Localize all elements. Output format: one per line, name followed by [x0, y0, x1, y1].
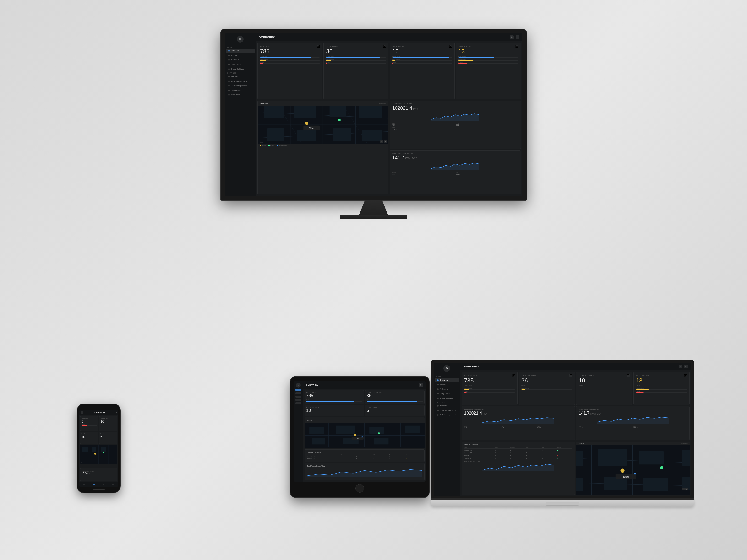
- sidebar-item-timezone[interactable]: Time Zone: [226, 93, 255, 97]
- sidebar-item-role-mgmt[interactable]: Role Management: [226, 84, 255, 88]
- laptop-stat-3: Total Fixtures ⊡ 10 Online: [576, 372, 632, 405]
- tablet-bezel: D OVERVIEW ⚙: [290, 376, 429, 498]
- stat-value-total-fixtures: 36: [326, 49, 386, 54]
- sidebar-item-account[interactable]: Account: [226, 75, 255, 79]
- power-avg-label: AVG. Power Cons. 30 Days: [392, 153, 518, 154]
- phone-stat-1: Total Assets 6 Offline: [80, 416, 99, 431]
- svg-rect-66: [576, 478, 583, 491]
- laptop-nav-group-settings[interactable]: Group Settings: [435, 396, 459, 400]
- sidebar-dot: [228, 50, 230, 52]
- sidebar-item-group-settings[interactable]: Group Settings: [226, 67, 255, 71]
- phone-nav-home[interactable]: [83, 484, 85, 485]
- tablet-network: Network Overview Name Online Intermit. O…: [305, 449, 424, 462]
- svg-rect-41: [369, 427, 384, 434]
- stat-label: Total Fixtures: [326, 45, 341, 47]
- power-total-unit: kWh: [413, 107, 418, 110]
- zoom-in-button[interactable]: +: [384, 140, 387, 143]
- laptop-zoom-out[interactable]: −: [682, 488, 685, 490]
- stat-card-total-fixtures2: Total Fixtures ⊡ 10 Online level Interme…: [390, 43, 455, 99]
- tablet-nav-5[interactable]: [295, 402, 301, 404]
- laptop-hinge: [431, 498, 694, 500]
- svg-rect-67: [604, 477, 626, 489]
- map-card-title: Location: [260, 102, 268, 104]
- laptop-nav-networks[interactable]: Networks: [435, 387, 459, 391]
- sidebar-item-diagnostics[interactable]: Diagnostics: [226, 62, 255, 66]
- sidebar-logo: D: [237, 36, 243, 43]
- laptop-menu-label: MENU: [434, 375, 460, 378]
- phone-menu-icon[interactable]: ≡: [116, 412, 117, 414]
- scene: D MENU Overview Assets Networks: [39, 29, 708, 531]
- tablet-home-button[interactable]: [356, 484, 364, 492]
- laptop-nav-role-mgmt[interactable]: Role Management: [435, 413, 459, 417]
- tablet-logo: D: [296, 383, 301, 388]
- laptop-screen-part: D MENU Overview Assets Networks: [431, 360, 694, 498]
- svg-rect-30: [92, 447, 96, 453]
- maximize-icon[interactable]: ⛶: [516, 35, 519, 39]
- phone-title: OVERVIEW: [94, 412, 105, 414]
- svg-point-32: [94, 453, 96, 455]
- laptop-maximize-icon[interactable]: ⛶: [685, 365, 688, 368]
- phone-nav-dashboard[interactable]: [93, 484, 95, 485]
- laptop-nav-overview[interactable]: Overview: [435, 378, 459, 382]
- laptop-stat-2: Total Fixtures ⊡ 36 Online Intermediate: [519, 372, 575, 405]
- sidebar-item-label: Networks: [231, 59, 239, 61]
- fixtures-icon: ⊡: [383, 45, 386, 48]
- sidebar-item-overview[interactable]: Overview: [226, 49, 255, 53]
- phone-nav-settings[interactable]: [103, 484, 104, 485]
- zoom-out-button[interactable]: −: [380, 140, 383, 143]
- tablet-dashboard: D OVERVIEW ⚙: [294, 381, 426, 482]
- laptop-screen: D MENU Overview Assets Networks: [434, 363, 691, 497]
- laptop-base: [431, 500, 694, 507]
- sidebar-menu-label: MENU: [225, 45, 256, 49]
- laptop-nav-diagnostics[interactable]: Diagnostics: [435, 392, 459, 396]
- svg-rect-45: [374, 438, 388, 444]
- monitor-sidebar: D MENU Overview Assets Networks: [225, 33, 256, 196]
- laptop-zoom-in[interactable]: +: [685, 488, 688, 490]
- monitor-base: [340, 215, 407, 219]
- svg-rect-16: [362, 130, 382, 141]
- laptop-nav-user-mgmt[interactable]: User Management: [435, 408, 459, 412]
- laptop-settings-icon[interactable]: ⚙: [679, 365, 682, 368]
- monitor-stand: [359, 200, 388, 215]
- tablet-settings-icon[interactable]: ⚙: [419, 383, 423, 387]
- tablet-nav-3[interactable]: [295, 396, 301, 398]
- sidebar-item-notifications[interactable]: Notifications: [226, 88, 255, 92]
- laptop-map: Location Highlighted: [576, 442, 690, 495]
- phone-stat-4: Total Assets 6: [99, 432, 118, 444]
- svg-rect-62: [576, 451, 583, 465]
- sidebar-item-networks[interactable]: Networks: [226, 58, 255, 62]
- sidebar-settings-label: SETTINGS: [225, 71, 256, 74]
- tablet-nav-1[interactable]: [295, 389, 301, 391]
- sidebar-item-label: Group Settings: [231, 68, 244, 70]
- sidebar-item-label: Notifications: [231, 89, 242, 91]
- sidebar-dot: [228, 59, 230, 61]
- laptop-nav-account[interactable]: Account: [435, 404, 459, 408]
- stat-card-total-fixtures: Total Fixtures ⊡ 36 Online level Interme…: [324, 43, 388, 99]
- laptop-stat-1: Total Assets ⊞ 785 Online level Intermed…: [462, 372, 518, 405]
- sidebar-item-assets[interactable]: Assets: [226, 53, 255, 57]
- monitor-main: OVERVIEW ⚙ ⛶ Total Assets ⊞: [256, 33, 522, 196]
- phone-map: Google: [80, 445, 118, 464]
- settings-icon[interactable]: ⚙: [510, 35, 514, 39]
- sidebar-item-label: Account: [231, 76, 238, 78]
- svg-rect-68: [643, 478, 668, 491]
- phone-nav-profile[interactable]: [112, 484, 114, 485]
- stat-value-total-fixtures2: 10: [392, 49, 452, 54]
- monitor: D MENU Overview Assets Networks: [221, 29, 526, 219]
- tablet-nav-2[interactable]: [295, 392, 301, 394]
- sidebar-item-label: Overview: [231, 50, 239, 52]
- svg-rect-40: [336, 426, 355, 434]
- svg-point-18: [338, 119, 341, 122]
- tablet-nav-4[interactable]: [295, 399, 301, 401]
- svg-marker-23: [431, 163, 479, 170]
- monitor-screen: D MENU Overview Assets Networks: [225, 33, 522, 196]
- sidebar-item-user-mgmt[interactable]: User Management: [226, 79, 255, 83]
- phone-bottom-nav: [79, 482, 118, 487]
- sidebar-item-label: Diagnostics: [231, 63, 241, 65]
- bar-label-online: Online level: [260, 56, 320, 57]
- laptop-trackpad[interactable]: [546, 502, 579, 506]
- laptop-nav-assets[interactable]: Assets: [435, 382, 459, 386]
- tablet-map: Location: [305, 417, 424, 448]
- map-background: Tstod Google − +: [258, 106, 388, 144]
- stat-card-total-assets2: Total Assets ⊞ 13 Online level Intermedi…: [456, 43, 521, 99]
